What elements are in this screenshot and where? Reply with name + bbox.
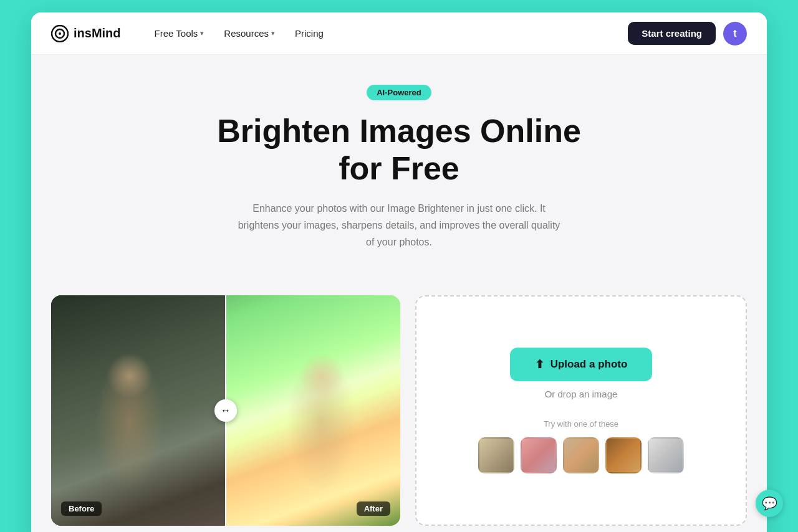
drop-text: Or drop an image	[545, 389, 618, 399]
compare-handle[interactable]: ↔	[214, 399, 237, 422]
logo-icon	[51, 25, 69, 42]
sample-images	[478, 437, 684, 473]
hero-description: Enhance your photos with our Image Brigh…	[237, 200, 561, 251]
chevron-down-icon: ▾	[271, 29, 275, 37]
thumb-icon-5	[649, 439, 683, 472]
hero-title: Brighten Images Online for Free	[51, 113, 747, 188]
hero-title-line2: for Free	[339, 150, 459, 186]
thumb-icon-3	[564, 439, 598, 472]
sample-image-1[interactable]	[478, 437, 514, 473]
app-window: insMind Free Tools ▾ Resources ▾ Pricing…	[31, 12, 767, 532]
try-label: Try with one of these	[544, 419, 618, 429]
svg-point-2	[59, 32, 61, 35]
nav-right: Start creating t	[628, 22, 747, 45]
nav-item-free-tools[interactable]: Free Tools ▾	[146, 23, 213, 44]
sample-image-2[interactable]	[521, 437, 557, 473]
ai-powered-badge: AI-Powered	[367, 85, 431, 100]
chat-icon: 💬	[762, 496, 767, 511]
nav-item-resources[interactable]: Resources ▾	[215, 23, 284, 44]
image-compare: ↔ Before After	[51, 295, 400, 526]
thumb-icon-2	[522, 439, 555, 472]
nav-links: Free Tools ▾ Resources ▾ Pricing	[146, 23, 628, 44]
chevron-down-icon: ▾	[200, 29, 204, 37]
before-panel	[51, 295, 226, 526]
upload-button-label: Upload a photo	[550, 358, 628, 371]
thumb-icon-1	[479, 439, 513, 472]
sample-image-3[interactable]	[563, 437, 599, 473]
nav-label-free-tools: Free Tools	[155, 28, 198, 39]
before-label: Before	[61, 501, 102, 516]
nav-label-resources: Resources	[224, 28, 269, 39]
sample-image-4[interactable]	[605, 437, 642, 473]
main-content: ↔ Before After ⬆ Upload a photo Or drop …	[31, 295, 767, 532]
navbar: insMind Free Tools ▾ Resources ▾ Pricing…	[31, 12, 767, 55]
avatar[interactable]: t	[723, 22, 747, 45]
upload-icon: ⬆	[535, 358, 544, 371]
logo-text: insMind	[74, 26, 121, 40]
sample-image-5[interactable]	[648, 437, 684, 473]
after-panel	[226, 295, 400, 526]
after-overlay	[226, 295, 400, 526]
nav-item-pricing[interactable]: Pricing	[286, 23, 332, 44]
hero-section: AI-Powered Brighten Images Online for Fr…	[31, 55, 767, 295]
thumb-icon-4	[607, 439, 640, 472]
upload-photo-button[interactable]: ⬆ Upload a photo	[510, 348, 653, 381]
nav-label-pricing: Pricing	[295, 28, 324, 39]
before-overlay	[51, 295, 226, 526]
logo-area[interactable]: insMind	[51, 25, 121, 42]
start-creating-button[interactable]: Start creating	[628, 22, 716, 45]
hero-title-line1: Brighten Images Online	[217, 113, 581, 149]
after-label: After	[357, 501, 390, 516]
upload-area[interactable]: ⬆ Upload a photo Or drop an image Try wi…	[415, 295, 747, 526]
